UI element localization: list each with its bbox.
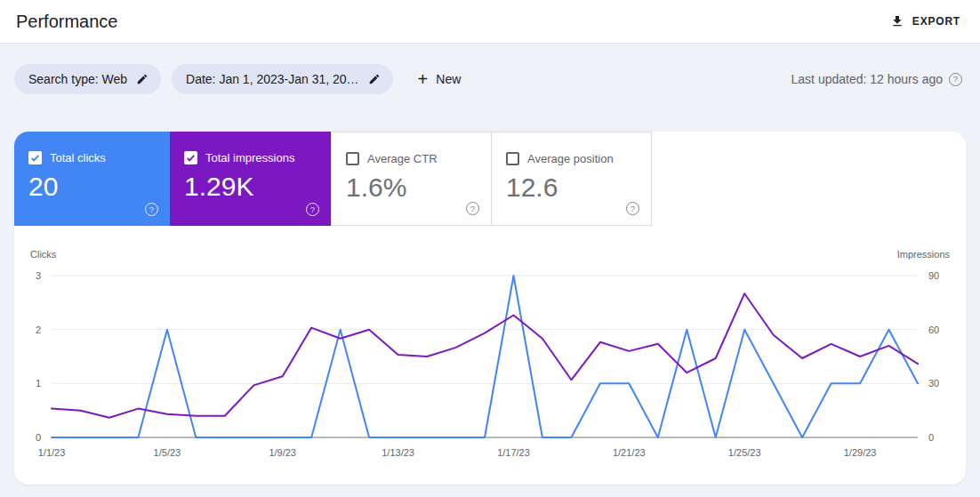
search-type-chip[interactable]: Search type: Web — [14, 64, 161, 94]
left-axis-tick: 1 — [36, 378, 41, 389]
checkbox-checked-icon[interactable] — [184, 151, 197, 164]
metric-value: 1.29K — [184, 172, 317, 202]
edit-pencil-icon — [136, 73, 149, 85]
metric-label: Total clicks — [50, 151, 106, 164]
metric-label: Average position — [527, 152, 614, 165]
top-bar: Performance EXPORT — [0, 0, 980, 44]
right-axis-tick: 90 — [928, 270, 939, 281]
help-icon[interactable]: ? — [949, 73, 962, 86]
performance-card: Total clicks 20 ? Total impressions 1.29… — [14, 132, 966, 485]
metric-tiles: Total clicks 20 ? Total impressions 1.29… — [14, 132, 966, 226]
checkbox-unchecked-icon[interactable] — [506, 152, 519, 165]
metric-tile-average-ctr[interactable]: Average CTR 1.6% ? — [331, 132, 492, 226]
left-axis-title: Clicks — [30, 249, 56, 260]
page-title: Performance — [16, 12, 118, 32]
x-axis-tick: 1/5/23 — [154, 447, 181, 458]
performance-chart: Clicks Impressions 012303060901/1/231/5/… — [14, 226, 966, 469]
right-axis-title: Impressions — [897, 249, 950, 260]
date-range-chip-label: Date: Jan 1, 2023-Jan 31, 20… — [186, 72, 359, 86]
last-updated: Last updated: 12 hours ago ? — [791, 72, 962, 86]
left-axis-tick: 0 — [36, 432, 41, 443]
metric-tile-total-clicks[interactable]: Total clicks 20 ? — [14, 132, 170, 226]
left-axis-tick: 3 — [36, 270, 41, 281]
metric-value: 12.6 — [506, 172, 637, 203]
metric-value: 1.6% — [346, 172, 477, 203]
metric-label: Total impressions — [205, 151, 294, 164]
help-icon[interactable]: ? — [306, 203, 319, 216]
edit-pencil-icon — [368, 73, 381, 85]
checkbox-checked-icon[interactable] — [28, 151, 42, 164]
new-filter-label: New — [436, 72, 461, 86]
x-axis-tick: 1/17/23 — [497, 447, 530, 458]
x-axis-tick: 1/25/23 — [728, 447, 761, 458]
x-axis-tick: 1/21/23 — [613, 447, 646, 458]
x-axis-tick: 1/9/23 — [269, 447, 296, 458]
plus-icon: + — [418, 70, 429, 88]
help-icon[interactable]: ? — [145, 203, 158, 216]
chart-canvas[interactable]: 012303060901/1/231/5/231/9/231/13/231/17… — [28, 263, 952, 466]
export-label: EXPORT — [912, 15, 960, 28]
right-axis-tick: 0 — [928, 432, 934, 443]
x-axis-tick: 1/29/23 — [844, 447, 877, 458]
right-axis-tick: 60 — [928, 325, 939, 335]
metric-tile-average-position[interactable]: Average position 12.6 ? — [491, 132, 652, 226]
last-updated-text: Last updated: 12 hours ago — [791, 72, 943, 86]
total-clicks-line — [52, 276, 918, 437]
x-axis-tick: 1/13/23 — [382, 447, 414, 458]
filter-row: Search type: Web Date: Jan 1, 2023-Jan 3… — [14, 64, 962, 94]
right-axis-tick: 30 — [928, 378, 939, 389]
x-axis-tick: 1/1/23 — [38, 447, 66, 458]
left-axis-tick: 2 — [36, 325, 41, 335]
metric-tile-total-impressions[interactable]: Total impressions 1.29K ? — [170, 132, 331, 226]
export-button[interactable]: EXPORT — [890, 14, 960, 28]
metric-label: Average CTR — [367, 152, 438, 165]
new-filter-button[interactable]: + New — [418, 70, 462, 88]
help-icon[interactable]: ? — [626, 202, 639, 215]
help-icon[interactable]: ? — [466, 202, 479, 215]
search-type-chip-label: Search type: Web — [28, 72, 127, 86]
metric-value: 20 — [28, 172, 156, 202]
download-icon — [890, 14, 904, 28]
date-range-chip[interactable]: Date: Jan 1, 2023-Jan 31, 20… — [172, 64, 393, 94]
checkbox-unchecked-icon[interactable] — [346, 152, 359, 165]
total-impressions-line — [52, 293, 918, 418]
